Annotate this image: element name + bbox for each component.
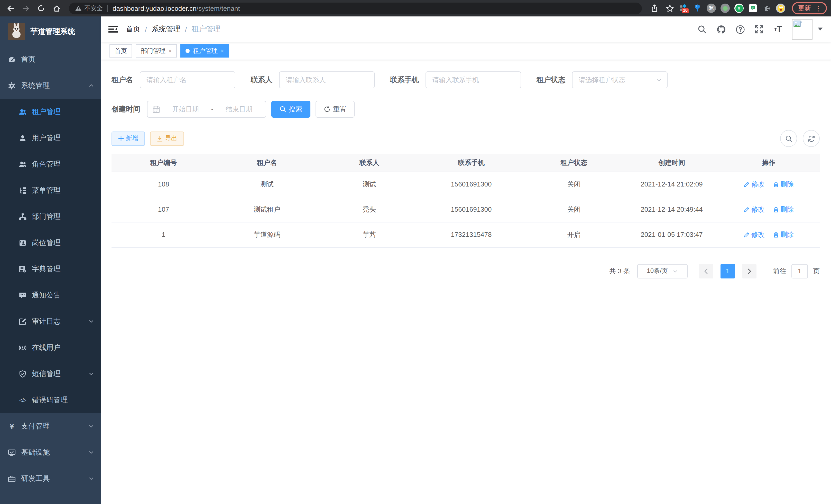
delete-link[interactable]: 删除 xyxy=(773,230,794,239)
reset-button[interactable]: 重置 xyxy=(316,101,354,118)
sidebar-item-user[interactable]: 用户管理 xyxy=(0,125,101,151)
chevron-down-icon xyxy=(88,371,94,377)
extension-y-icon[interactable]: Y xyxy=(735,4,744,13)
home-icon[interactable] xyxy=(50,2,63,14)
breadcrumb-system[interactable]: 系统管理 xyxy=(152,25,180,34)
contact-input[interactable] xyxy=(279,71,375,88)
table-header-row: 租户编号 租户名 联系人 联系手机 租户状态 创建时间 操作 xyxy=(112,154,820,172)
sidebar-item-post[interactable]: 岗位管理 xyxy=(0,230,101,256)
delete-link[interactable]: 删除 xyxy=(773,205,794,214)
extension-pin-icon[interactable] xyxy=(693,4,702,13)
forward-icon[interactable] xyxy=(20,2,32,14)
tag-tenant[interactable]: 租户管理× xyxy=(181,44,229,58)
browser-menu-icon[interactable]: ⋮ xyxy=(815,5,822,11)
prev-page-button[interactable] xyxy=(699,264,713,278)
tenant-users-icon xyxy=(19,108,27,116)
sidebar-item-dept[interactable]: 部门管理 xyxy=(0,203,101,230)
goto-page-input[interactable] xyxy=(792,264,808,278)
extension-clover-icon[interactable]: ⌘ xyxy=(707,4,716,13)
avatar[interactable] xyxy=(792,19,812,39)
tags-view: 首页 部门管理× 租户管理× xyxy=(101,42,831,60)
next-page-button[interactable] xyxy=(742,264,756,278)
chevron-down-icon xyxy=(88,476,94,481)
sidebar-item-pay[interactable]: ¥ 支付管理 xyxy=(0,413,101,439)
extension-badge: 10 xyxy=(682,8,689,13)
delete-link[interactable]: 删除 xyxy=(773,180,794,189)
navbar-tools: тT xyxy=(697,19,823,39)
reload-icon[interactable] xyxy=(35,2,47,14)
sidebar-item-home[interactable]: 首页 xyxy=(0,46,101,72)
sidebar-item-system[interactable]: 系统管理 xyxy=(0,72,101,99)
page-number-current[interactable]: 1 xyxy=(720,264,735,278)
add-button[interactable]: 新增 xyxy=(112,131,145,146)
logo-image xyxy=(8,23,25,40)
extension-chat-icon[interactable] xyxy=(748,4,757,13)
extension-dot-icon[interactable] xyxy=(720,4,730,13)
export-button[interactable]: 导出 xyxy=(150,131,184,146)
extension-grid-icon[interactable]: 10 xyxy=(679,4,688,13)
toolbox-icon xyxy=(8,474,16,483)
phone-label: 联系手机 xyxy=(390,75,419,85)
font-size-icon[interactable]: тT xyxy=(773,24,783,34)
sidebar-item-role[interactable]: 角色管理 xyxy=(0,151,101,177)
sidebar-item-menu-mgmt[interactable]: 菜单管理 xyxy=(0,177,101,203)
page-size-select[interactable]: 10条/页 xyxy=(637,264,688,278)
pagination: 共 3 条 10条/页 1 前往 页 xyxy=(112,264,820,278)
refresh-table-button[interactable] xyxy=(803,130,820,147)
edit-link[interactable]: 修改 xyxy=(744,205,765,214)
security-indicator[interactable]: 不安全 xyxy=(75,4,103,12)
app-logo[interactable]: 芋道管理系统 xyxy=(0,17,101,46)
share-icon[interactable] xyxy=(648,2,660,14)
status-select[interactable]: 请选择租户状态 xyxy=(572,71,667,88)
sidebar-item-tenant[interactable]: 租户管理 xyxy=(0,99,101,125)
col-actions: 操作 xyxy=(718,154,820,172)
sidebar-item-sms[interactable]: 短信管理 xyxy=(0,361,101,387)
table-row: 108 测试 测试 15601691300 关闭 2021-12-14 21:0… xyxy=(112,172,820,197)
phone-input[interactable] xyxy=(426,71,521,88)
close-icon[interactable]: × xyxy=(169,48,172,54)
breadcrumb-home[interactable]: 首页 xyxy=(126,25,140,34)
extension-puzzle-icon[interactable] xyxy=(762,4,771,13)
sidebar-item-infra[interactable]: 基础设施 xyxy=(0,439,101,466)
gear-icon xyxy=(8,82,16,90)
edit-link[interactable]: 修改 xyxy=(744,180,765,189)
bookmark-star-icon[interactable] xyxy=(663,2,676,14)
roles-users-icon xyxy=(19,160,27,168)
tag-home[interactable]: 首页 xyxy=(110,44,132,58)
browser-update-button[interactable]: 更新 ⋮ xyxy=(792,2,827,14)
tenant-name-input[interactable] xyxy=(140,71,235,88)
sidebar-item-audit-log[interactable]: 审计日志 xyxy=(0,308,101,334)
sidebar-item-dev-tools[interactable]: 研发工具 xyxy=(0,466,101,492)
close-icon[interactable]: × xyxy=(221,48,224,54)
sidebar-item-online-users[interactable]: 在线用户 xyxy=(0,334,101,361)
chevron-down-icon xyxy=(656,77,662,83)
address-bar[interactable]: 不安全 dashboard.yudao.iocoder.cn/system/te… xyxy=(69,2,642,14)
date-range-picker[interactable]: 开始日期 - 结束日期 xyxy=(147,101,266,118)
user-menu[interactable] xyxy=(792,19,823,39)
edit-icon xyxy=(744,232,750,238)
extension-emoji-icon[interactable] xyxy=(776,4,785,13)
github-icon[interactable] xyxy=(716,24,726,34)
show-search-button[interactable] xyxy=(780,130,797,147)
chevron-up-icon xyxy=(88,83,94,88)
header-search-icon[interactable] xyxy=(697,24,707,34)
edit-link[interactable]: 修改 xyxy=(744,230,765,239)
search-icon xyxy=(785,135,792,142)
sidebar-item-dict[interactable]: 字典管理 xyxy=(0,256,101,282)
fullscreen-icon[interactable] xyxy=(754,24,764,34)
back-icon[interactable] xyxy=(4,2,17,14)
help-icon[interactable] xyxy=(735,24,745,34)
sidebar-collapse-icon[interactable] xyxy=(107,24,119,35)
chevron-down-icon xyxy=(88,423,94,429)
tag-dept[interactable]: 部门管理× xyxy=(136,44,177,58)
url-text[interactable]: dashboard.yudao.iocoder.cn/system/tenant xyxy=(113,4,240,12)
sidebar-item-notice[interactable]: 通知公告 xyxy=(0,282,101,308)
search-button[interactable]: 搜索 xyxy=(271,101,310,118)
table-right-tools xyxy=(780,130,820,147)
sidebar-item-error-code[interactable]: </> 错误码管理 xyxy=(0,387,101,413)
yen-icon: ¥ xyxy=(8,422,16,430)
contact-label: 联系人 xyxy=(251,75,273,85)
system-submenu: 租户管理 用户管理 角色管理 xyxy=(0,99,101,413)
col-tenant-id: 租户编号 xyxy=(112,154,216,172)
col-tenant-name: 租户名 xyxy=(216,154,318,172)
